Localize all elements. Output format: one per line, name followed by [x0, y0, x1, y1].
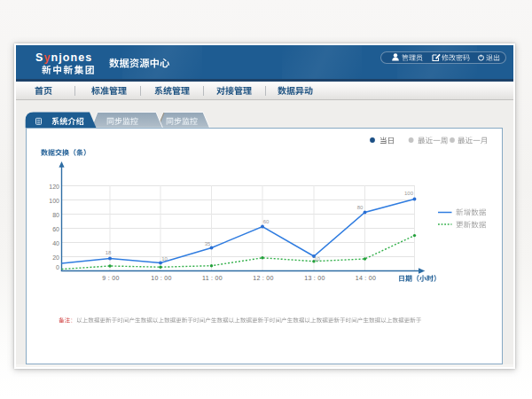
svg-text:100: 100 [404, 191, 414, 196]
svg-text:60: 60 [263, 219, 270, 224]
svg-text:35: 35 [205, 241, 211, 246]
svg-text:10: 10 [314, 256, 320, 262]
svg-text:18: 18 [106, 250, 112, 255]
svg-text:80: 80 [357, 205, 364, 210]
svg-text:10: 10 [161, 256, 168, 262]
